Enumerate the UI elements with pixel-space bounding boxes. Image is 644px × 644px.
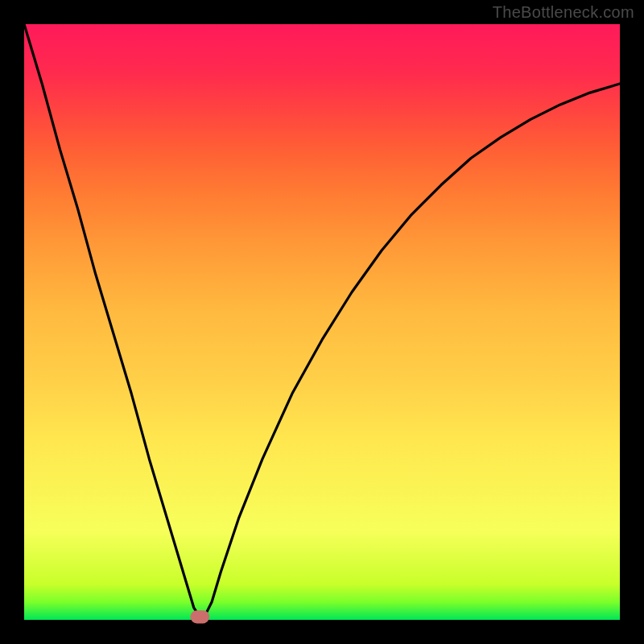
chart-frame: TheBottleneck.com — [0, 0, 644, 644]
plot-area — [24, 24, 620, 620]
bottleneck-curve — [24, 24, 620, 617]
attribution-text: TheBottleneck.com — [493, 3, 634, 22]
chart-svg — [24, 24, 620, 620]
point-marker — [190, 610, 209, 623]
